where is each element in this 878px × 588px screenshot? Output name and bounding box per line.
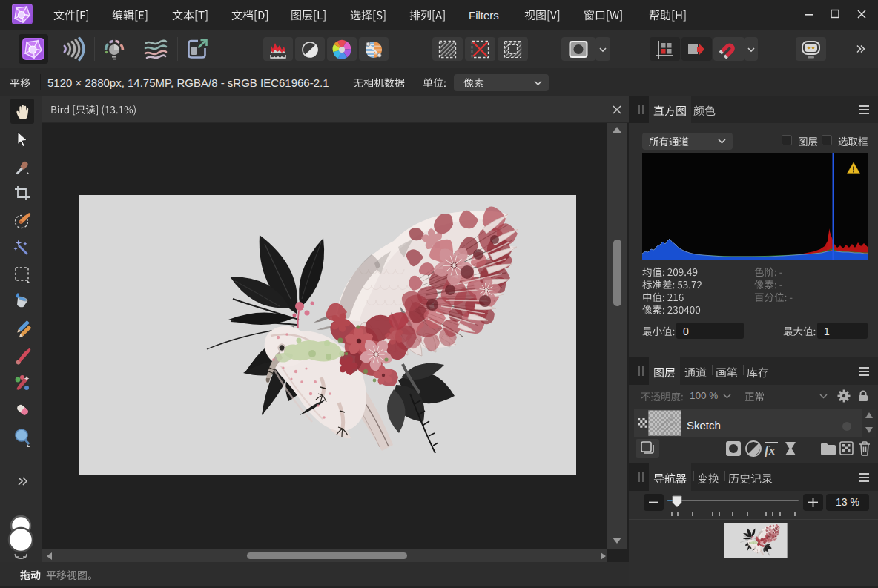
svg-text:fx: fx: [765, 443, 776, 457]
